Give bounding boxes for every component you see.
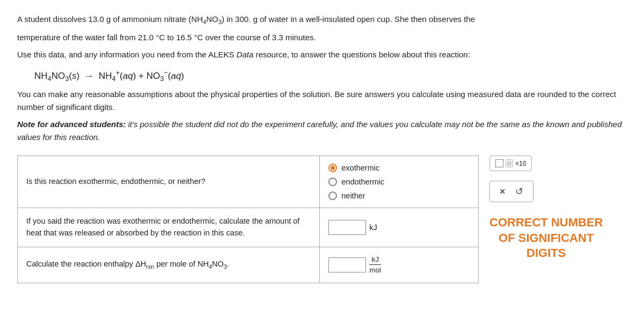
correct-text-line2: OF SIGNIFICANT xyxy=(489,231,603,246)
chemical-equation: NH4NO3(s) → NH4+(aq) + NO3−(aq) xyxy=(34,69,627,83)
main-layout: Is this reaction exothermic, endothermic… xyxy=(17,156,627,283)
radio-exothermic[interactable]: exothermic xyxy=(328,164,470,172)
note-text: Note for advanced students: it's possibl… xyxy=(17,118,627,144)
correct-number-banner: CORRECT NUMBER OF SIGNIFICANT DIGITS xyxy=(489,215,603,261)
question-3-answer: kJ mol xyxy=(320,247,479,283)
question-1-answer: exothermic endothermic neither xyxy=(320,156,479,208)
question-table: Is this reaction exothermic, endothermic… xyxy=(17,156,479,283)
question-3-text: Calculate the reaction enthalpy ΔHrxn pe… xyxy=(18,247,320,283)
question-2-answer: kJ xyxy=(320,208,479,247)
radio-label-endothermic: endothermic xyxy=(341,178,384,186)
clear-button[interactable]: × xyxy=(500,186,506,197)
table-row: Calculate the reaction enthalpy ΔHrxn pe… xyxy=(18,247,479,283)
table-row: If you said the reaction was exothermic … xyxy=(18,208,479,247)
assumptions-text: You can make any reasonable assumptions … xyxy=(17,88,627,114)
radio-label-exothermic: exothermic xyxy=(341,164,379,172)
radio-label-neither: neither xyxy=(341,191,365,200)
fraction-denominator: mol xyxy=(369,265,381,275)
input-kj-group: kJ xyxy=(328,220,470,235)
radio-circle-exothermic xyxy=(328,164,337,172)
radio-circle-endothermic xyxy=(328,178,337,186)
clear-undo-panel: × ↺ xyxy=(489,181,533,202)
intro-paragraph-1: A student dissolves 13.0 g of ammonium n… xyxy=(17,13,627,27)
checkbox-box[interactable] xyxy=(495,159,503,167)
correct-text-line1: CORRECT NUMBER xyxy=(489,215,603,231)
radio-group-q1: exothermic endothermic neither xyxy=(328,164,470,200)
radio-endothermic[interactable]: endothermic xyxy=(328,178,470,186)
radio-neither[interactable]: neither xyxy=(328,191,470,200)
question-2-text: If you said the reaction was exothermic … xyxy=(18,208,320,247)
question-1-text: Is this reaction exothermic, endothermic… xyxy=(18,156,320,208)
fraction-numerator: kJ xyxy=(369,255,381,265)
fraction-unit: kJ mol xyxy=(369,255,381,275)
radio-circle-neither xyxy=(328,191,337,200)
table-row: Is this reaction exothermic, endothermic… xyxy=(18,156,479,208)
enthalpy-input[interactable] xyxy=(328,257,366,272)
x10-checkbox-panel: □ ×10 xyxy=(489,156,532,171)
unit-kj: kJ xyxy=(369,223,377,232)
side-panel: □ ×10 × ↺ CORRECT NUMBER OF SIGNIFICANT … xyxy=(489,156,603,261)
input-fraction-group: kJ mol xyxy=(328,255,470,275)
correct-text-line3: DIGITS xyxy=(489,246,603,261)
undo-button[interactable]: ↺ xyxy=(515,186,523,197)
intro-paragraph-3: Use this data, and any information you n… xyxy=(17,48,627,61)
intro-paragraph-2: temperature of the water fall from 21.0 … xyxy=(17,31,627,44)
superscript-indicator: □ xyxy=(506,159,513,167)
x10-label: ×10 xyxy=(515,160,526,167)
heat-input[interactable] xyxy=(328,220,366,235)
